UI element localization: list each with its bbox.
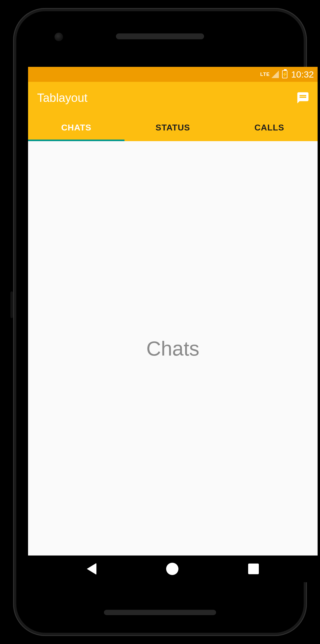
phone-side-button xyxy=(10,291,13,318)
status-bar: LTE ⚡ 10:32 xyxy=(28,67,318,82)
tab-calls[interactable]: CALLS xyxy=(221,114,318,141)
phone-frame: LTE ⚡ 10:32 Tablayout CHATS STATUS CALLS xyxy=(13,8,307,636)
tab-bar: CHATS STATUS CALLS xyxy=(28,114,318,141)
phone-earpiece xyxy=(116,33,204,39)
content-area: Chats xyxy=(28,141,318,556)
content-placeholder-text: Chats xyxy=(146,337,200,360)
clock: 10:32 xyxy=(291,69,314,80)
chat-icon xyxy=(296,91,310,105)
tab-status[interactable]: STATUS xyxy=(124,114,221,141)
tab-label: CHATS xyxy=(61,123,91,133)
phone-front-camera xyxy=(54,33,63,41)
system-nav-bar xyxy=(28,556,318,582)
battery-charging-icon: ⚡ xyxy=(282,72,288,77)
phone-bottom-speaker xyxy=(104,610,216,615)
tab-indicator xyxy=(28,140,124,141)
battery-icon: ⚡ xyxy=(282,70,287,78)
nav-back-button[interactable] xyxy=(87,563,96,575)
screen: LTE ⚡ 10:32 Tablayout CHATS STATUS CALLS xyxy=(28,67,318,582)
nav-recent-button[interactable] xyxy=(248,564,259,574)
new-chat-button[interactable] xyxy=(296,91,310,105)
signal-icon xyxy=(271,71,279,78)
nav-home-button[interactable] xyxy=(166,563,178,575)
app-title: Tablayout xyxy=(37,91,87,105)
app-bar: Tablayout xyxy=(28,82,318,114)
tab-label: CALLS xyxy=(254,123,284,133)
tab-chats[interactable]: CHATS xyxy=(28,114,124,141)
tab-label: STATUS xyxy=(155,123,190,133)
network-label: LTE xyxy=(260,72,270,77)
